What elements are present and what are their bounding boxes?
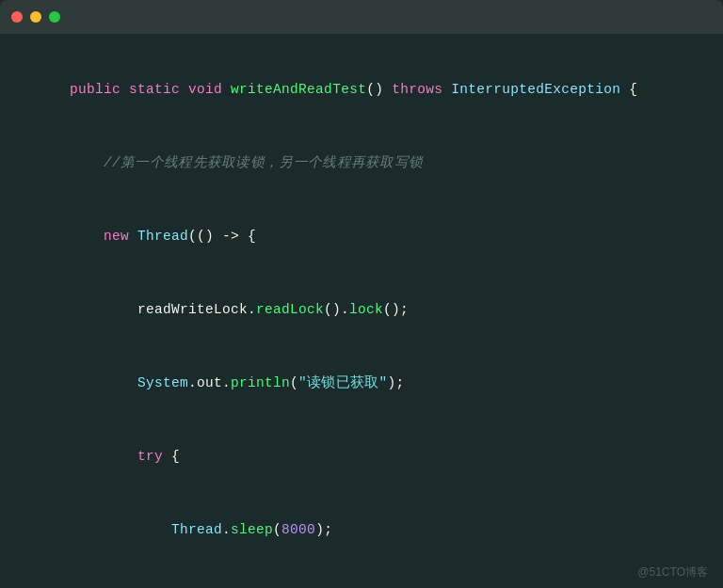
watermark: @51CTO博客 <box>637 564 708 580</box>
code-line-7: Thread.sleep(8000); <box>19 493 704 566</box>
code-line-3: new Thread(() -> { <box>19 199 704 273</box>
traffic-lights <box>11 11 60 23</box>
code-line-2: //第一个线程先获取读锁，另一个线程再获取写锁 <box>19 126 704 199</box>
code-line-5: System.out.println("读锁已获取"); <box>19 346 704 420</box>
code-line-4: readWriteLock.readLock().lock(); <box>19 273 704 346</box>
maximize-button[interactable] <box>49 11 60 23</box>
code-line-1: public static void writeAndReadTest() th… <box>19 53 704 126</box>
titlebar <box>0 0 723 34</box>
close-button[interactable] <box>11 11 23 23</box>
minimize-button[interactable] <box>30 11 41 23</box>
code-line-8: readWriteLock.readLock().unlock(); <box>19 566 704 588</box>
code-line-6: try { <box>19 420 704 493</box>
editor-window: public static void writeAndReadTest() th… <box>0 0 723 588</box>
code-area: public static void writeAndReadTest() th… <box>0 34 723 588</box>
